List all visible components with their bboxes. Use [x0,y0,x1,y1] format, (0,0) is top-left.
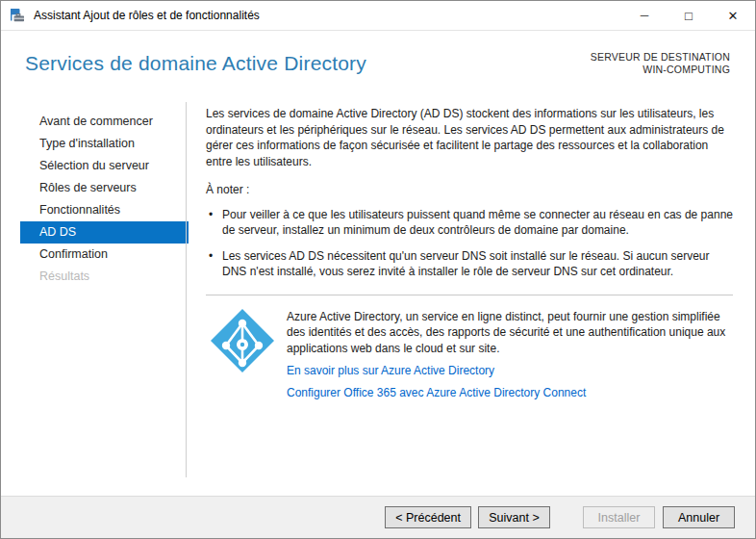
title-bar: Assistant Ajout de rôles et de fonctionn… [1,1,755,31]
nav-item-avant-de-commencer[interactable]: Avant de commencer [20,111,189,133]
note-heading: À noter : [206,182,734,198]
sidebar-divider [186,102,187,477]
main-content: Les services de domaine Active Directory… [206,100,734,400]
next-button[interactable]: Suivant > [478,506,550,528]
azure-links: En savoir plus sur Azure Active Director… [287,363,734,400]
caption-buttons: ─ □ ✕ [622,1,755,31]
bullet-icon: • [209,248,213,265]
nav-item-selection-serveur[interactable]: Sélection du serveur [20,155,189,177]
nav-item-ad-ds[interactable]: AD DS [20,221,189,244]
footer-bar: < Précédent Suivant > Installer Annuler [1,496,755,538]
bullet-icon: • [209,207,213,223]
install-button[interactable]: Installer [583,506,655,528]
destination-server-block: SERVEUR DE DESTINATION WIN-COMPUTING [591,51,730,76]
nav-item-fonctionnalites[interactable]: Fonctionnalités [20,199,189,221]
previous-button[interactable]: < Précédent [385,506,471,528]
content-separator [206,295,733,295]
notes-list: • Pour veiller à ce que les utilisateurs… [206,207,734,280]
maximize-button[interactable]: □ [667,1,711,31]
intro-paragraph: Les services de domaine Active Directory… [206,106,734,169]
nav-item-roles-serveurs[interactable]: Rôles de serveurs [20,177,189,199]
list-item: • Pour veiller à ce que les utilisateurs… [206,207,734,239]
destination-server-label: SERVEUR DE DESTINATION [591,51,730,64]
destination-server-name: WIN-COMPUTING [591,64,730,76]
cancel-button[interactable]: Annuler [663,506,735,528]
server-manager-icon [10,8,25,23]
wizard-window: Assistant Ajout de rôles et de fonctionn… [0,0,756,539]
close-button[interactable]: ✕ [711,1,755,31]
azure-learn-more-link[interactable]: En savoir plus sur Azure Active Director… [287,363,734,378]
azure-text-block: Azure Active Directory, un service en li… [287,309,734,401]
page-title: Services de domaine Active Directory [25,52,366,75]
note-text: Les services AD DS nécessitent qu'un ser… [222,249,710,279]
azure-description: Azure Active Directory, un service en li… [287,309,734,357]
minimize-button[interactable]: ─ [622,1,667,31]
window-title: Assistant Ajout de rôles et de fonctionn… [34,9,260,22]
list-item: • Les services AD DS nécessitent qu'un s… [206,248,734,280]
azure-ad-section: Azure Active Directory, un service en li… [206,309,734,401]
azure-active-directory-icon [211,309,274,372]
nav-item-confirmation[interactable]: Confirmation [20,244,189,266]
nav-item-type-installation[interactable]: Type d'installation [20,133,189,155]
note-text: Pour veiller à ce que les utilisateurs p… [222,208,733,238]
azure-office365-connect-link[interactable]: Configurer Office 365 avec Azure Active … [287,385,734,400]
wizard-steps-nav: Avant de commencer Type d'installation S… [1,111,189,288]
nav-item-resultats: Résultats [20,266,189,288]
